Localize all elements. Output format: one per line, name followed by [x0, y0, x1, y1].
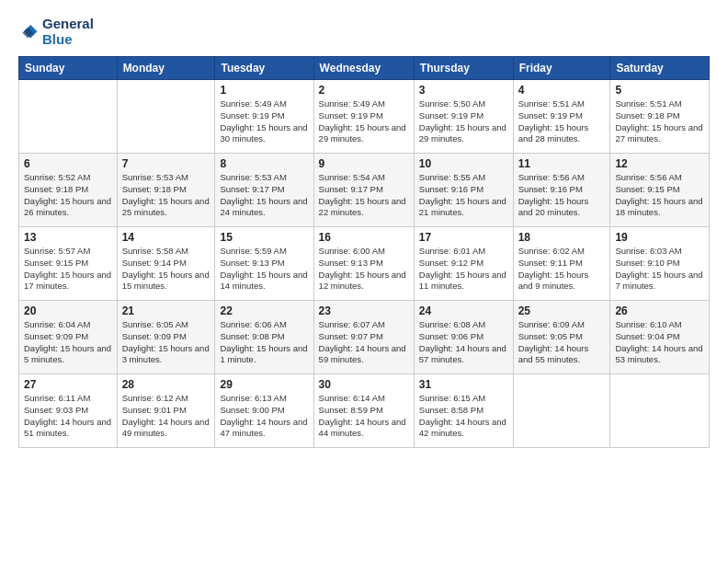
day-info: Sunrise: 6:00 AM Sunset: 9:13 PM Dayligh… [319, 246, 409, 293]
weekday-header-sunday: Sunday [19, 57, 118, 80]
day-info: Sunrise: 5:50 AM Sunset: 9:19 PM Dayligh… [419, 98, 508, 145]
calendar-cell: 29Sunrise: 6:13 AM Sunset: 9:00 PM Dayli… [215, 374, 313, 448]
day-info: Sunrise: 6:07 AM Sunset: 9:07 PM Dayligh… [319, 319, 409, 366]
day-info: Sunrise: 6:01 AM Sunset: 9:12 PM Dayligh… [419, 246, 508, 293]
day-info: Sunrise: 6:02 AM Sunset: 9:11 PM Dayligh… [518, 246, 606, 293]
week-row-3: 13Sunrise: 5:57 AM Sunset: 9:15 PM Dayli… [19, 227, 710, 301]
calendar-cell: 26Sunrise: 6:10 AM Sunset: 9:04 PM Dayli… [610, 301, 710, 374]
day-info: Sunrise: 5:53 AM Sunset: 9:17 PM Dayligh… [220, 172, 308, 219]
day-info: Sunrise: 6:12 AM Sunset: 9:01 PM Dayligh… [122, 393, 210, 440]
day-info: Sunrise: 5:49 AM Sunset: 9:19 PM Dayligh… [319, 98, 409, 145]
calendar-cell: 2Sunrise: 5:49 AM Sunset: 9:19 PM Daylig… [313, 80, 414, 154]
calendar-cell: 24Sunrise: 6:08 AM Sunset: 9:06 PM Dayli… [414, 301, 513, 374]
calendar-cell: 11Sunrise: 5:56 AM Sunset: 9:16 PM Dayli… [513, 154, 610, 227]
day-info: Sunrise: 6:03 AM Sunset: 9:10 PM Dayligh… [615, 246, 704, 293]
calendar-cell [610, 374, 710, 448]
calendar-cell: 8Sunrise: 5:53 AM Sunset: 9:17 PM Daylig… [215, 154, 313, 227]
header: General Blue [18, 17, 710, 47]
calendar-cell: 28Sunrise: 6:12 AM Sunset: 9:01 PM Dayli… [117, 374, 215, 448]
calendar-cell: 19Sunrise: 6:03 AM Sunset: 9:10 PM Dayli… [610, 227, 710, 301]
day-info: Sunrise: 6:09 AM Sunset: 9:05 PM Dayligh… [518, 319, 606, 366]
week-row-2: 6Sunrise: 5:52 AM Sunset: 9:18 PM Daylig… [19, 154, 710, 227]
calendar-cell [117, 80, 215, 154]
day-number: 18 [518, 231, 606, 244]
calendar-cell: 27Sunrise: 6:11 AM Sunset: 9:03 PM Dayli… [19, 374, 118, 448]
day-info: Sunrise: 5:52 AM Sunset: 9:18 PM Dayligh… [24, 172, 112, 219]
week-row-1: 1Sunrise: 5:49 AM Sunset: 9:19 PM Daylig… [19, 80, 710, 154]
calendar-cell: 25Sunrise: 6:09 AM Sunset: 9:05 PM Dayli… [513, 301, 610, 374]
weekday-header-tuesday: Tuesday [215, 57, 313, 80]
day-number: 15 [220, 231, 308, 244]
calendar-cell: 12Sunrise: 5:56 AM Sunset: 9:15 PM Dayli… [610, 154, 710, 227]
day-info: Sunrise: 5:58 AM Sunset: 9:14 PM Dayligh… [122, 246, 210, 293]
day-number: 12 [615, 157, 704, 170]
weekday-header-monday: Monday [117, 57, 215, 80]
day-number: 6 [24, 157, 112, 170]
day-number: 23 [319, 304, 409, 317]
day-info: Sunrise: 6:14 AM Sunset: 8:59 PM Dayligh… [319, 393, 409, 440]
calendar-cell: 1Sunrise: 5:49 AM Sunset: 9:19 PM Daylig… [215, 80, 313, 154]
day-number: 10 [419, 157, 508, 170]
day-number: 7 [122, 157, 210, 170]
logo-text-blue: Blue [42, 32, 94, 48]
logo-icon [18, 22, 39, 42]
day-info: Sunrise: 6:10 AM Sunset: 9:04 PM Dayligh… [615, 319, 704, 366]
calendar-cell: 10Sunrise: 5:55 AM Sunset: 9:16 PM Dayli… [414, 154, 513, 227]
weekday-header-friday: Friday [513, 57, 610, 80]
day-number: 30 [319, 378, 409, 391]
day-info: Sunrise: 5:55 AM Sunset: 9:16 PM Dayligh… [419, 172, 508, 219]
day-number: 29 [220, 378, 308, 391]
calendar-cell: 23Sunrise: 6:07 AM Sunset: 9:07 PM Dayli… [313, 301, 414, 374]
day-info: Sunrise: 5:49 AM Sunset: 9:19 PM Dayligh… [220, 98, 308, 145]
day-number: 19 [615, 231, 704, 244]
day-number: 28 [122, 378, 210, 391]
day-number: 25 [518, 304, 606, 317]
day-number: 11 [518, 157, 606, 170]
logo-text-general: General [42, 17, 94, 32]
calendar-cell [19, 80, 118, 154]
calendar-cell: 30Sunrise: 6:14 AM Sunset: 8:59 PM Dayli… [313, 374, 414, 448]
weekday-header-row: SundayMondayTuesdayWednesdayThursdayFrid… [19, 57, 710, 80]
calendar-cell: 7Sunrise: 5:53 AM Sunset: 9:18 PM Daylig… [117, 154, 215, 227]
day-number: 26 [615, 304, 704, 317]
day-number: 2 [319, 84, 409, 97]
calendar-cell: 13Sunrise: 5:57 AM Sunset: 9:15 PM Dayli… [19, 227, 118, 301]
day-number: 5 [615, 84, 704, 97]
calendar-cell: 21Sunrise: 6:05 AM Sunset: 9:09 PM Dayli… [117, 301, 215, 374]
calendar-cell: 5Sunrise: 5:51 AM Sunset: 9:18 PM Daylig… [610, 80, 710, 154]
day-number: 21 [122, 304, 210, 317]
calendar-cell: 9Sunrise: 5:54 AM Sunset: 9:17 PM Daylig… [313, 154, 414, 227]
calendar-cell: 17Sunrise: 6:01 AM Sunset: 9:12 PM Dayli… [414, 227, 513, 301]
week-row-5: 27Sunrise: 6:11 AM Sunset: 9:03 PM Dayli… [19, 374, 710, 448]
day-info: Sunrise: 6:08 AM Sunset: 9:06 PM Dayligh… [419, 319, 508, 366]
calendar-cell: 14Sunrise: 5:58 AM Sunset: 9:14 PM Dayli… [117, 227, 215, 301]
day-number: 20 [24, 304, 112, 317]
calendar-cell: 22Sunrise: 6:06 AM Sunset: 9:08 PM Dayli… [215, 301, 313, 374]
day-number: 13 [24, 231, 112, 244]
day-number: 9 [319, 157, 409, 170]
weekday-header-wednesday: Wednesday [313, 57, 414, 80]
day-info: Sunrise: 5:51 AM Sunset: 9:19 PM Dayligh… [518, 98, 606, 145]
day-number: 31 [419, 378, 508, 391]
logo: General Blue [18, 17, 94, 47]
day-info: Sunrise: 6:13 AM Sunset: 9:00 PM Dayligh… [220, 393, 308, 440]
week-row-4: 20Sunrise: 6:04 AM Sunset: 9:09 PM Dayli… [19, 301, 710, 374]
calendar-table: SundayMondayTuesdayWednesdayThursdayFrid… [18, 56, 710, 448]
day-info: Sunrise: 6:04 AM Sunset: 9:09 PM Dayligh… [24, 319, 112, 366]
day-info: Sunrise: 6:11 AM Sunset: 9:03 PM Dayligh… [24, 393, 112, 440]
calendar-cell: 16Sunrise: 6:00 AM Sunset: 9:13 PM Dayli… [313, 227, 414, 301]
day-info: Sunrise: 5:56 AM Sunset: 9:15 PM Dayligh… [615, 172, 704, 219]
day-info: Sunrise: 5:53 AM Sunset: 9:18 PM Dayligh… [122, 172, 210, 219]
day-number: 3 [419, 84, 508, 97]
day-info: Sunrise: 6:06 AM Sunset: 9:08 PM Dayligh… [220, 319, 308, 366]
day-info: Sunrise: 5:57 AM Sunset: 9:15 PM Dayligh… [24, 246, 112, 293]
calendar-cell [513, 374, 610, 448]
day-number: 1 [220, 84, 308, 97]
day-info: Sunrise: 6:05 AM Sunset: 9:09 PM Dayligh… [122, 319, 210, 366]
day-info: Sunrise: 5:59 AM Sunset: 9:13 PM Dayligh… [220, 246, 308, 293]
day-number: 24 [419, 304, 508, 317]
day-number: 8 [220, 157, 308, 170]
page: General Blue SundayMondayTuesdayWednesda… [0, 0, 728, 457]
calendar-cell: 31Sunrise: 6:15 AM Sunset: 8:58 PM Dayli… [414, 374, 513, 448]
calendar-cell: 6Sunrise: 5:52 AM Sunset: 9:18 PM Daylig… [19, 154, 118, 227]
